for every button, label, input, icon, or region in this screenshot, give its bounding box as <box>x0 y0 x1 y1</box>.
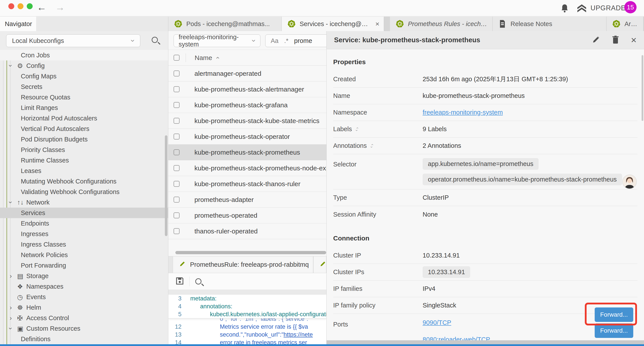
dock-tab-prometheusrule[interactable]: PrometheusRule: freeleaps-prod-rabbitmq <box>173 256 313 273</box>
table-row[interactable]: kube-prometheus-stack-thanos-ruler <box>168 176 326 192</box>
dock-tab-next[interactable] <box>313 256 326 273</box>
table-row[interactable]: kube-prometheus-stack-grafana <box>168 97 326 113</box>
port-link-9090[interactable]: 9090/TCP <box>422 319 490 326</box>
row-checkbox[interactable] <box>174 86 180 92</box>
sidebar-tree-item[interactable]: Endpoints <box>0 218 168 229</box>
sidebar-tree-item[interactable]: ▤ Storage <box>0 271 168 281</box>
labels-count[interactable]: 9 Labels <box>422 125 447 133</box>
kubeconfig-select[interactable]: Local Kubeconfigs › <box>6 34 140 47</box>
sidebar-tree-item[interactable]: Ingress Classes <box>0 239 168 250</box>
sidebar-tree-item[interactable]: Secrets <box>0 81 168 92</box>
save-icon[interactable] <box>175 277 184 286</box>
row-checkbox[interactable] <box>174 149 180 155</box>
sidebar-tree-item[interactable]: Mutating Webhook Configurations <box>0 176 168 187</box>
notifications-bell-icon[interactable] <box>560 3 569 14</box>
horizontal-scrollbar-thumb[interactable] <box>175 251 326 254</box>
sidebar-tree-item[interactable]: Pod Disruption Budgets <box>0 134 168 145</box>
table-row[interactable]: kube-prometheus-stack-operator <box>168 129 326 145</box>
row-checkbox[interactable] <box>174 181 180 187</box>
row-checkbox[interactable] <box>174 197 180 203</box>
table-row[interactable]: kube-prometheus-stack-prometheus <box>168 145 326 160</box>
tab-navigator[interactable]: Navigator <box>0 17 36 31</box>
table-row[interactable]: kube-prometheus-stack-kube-state-metrics <box>168 113 326 129</box>
back-arrow-icon[interactable]: ← <box>37 2 46 13</box>
sidebar-scrollbar-thumb[interactable] <box>165 135 168 236</box>
window-close-button[interactable] <box>8 3 14 9</box>
details-scrollbar-thumb[interactable] <box>642 55 643 121</box>
row-checkbox[interactable] <box>174 212 180 218</box>
sidebar-tree-item[interactable]: ✠ Access Control <box>0 313 168 323</box>
tree-chevron-icon[interactable] <box>10 325 17 332</box>
cluster-tab[interactable]: Argo Se <box>606 17 644 31</box>
annotations-count[interactable]: 2 Annotations <box>422 142 461 149</box>
sort-ascending-icon[interactable]: › <box>214 57 221 59</box>
cluster-tab[interactable]: Prometheus Rules - icecheng... <box>390 17 492 31</box>
window-minimize-button[interactable] <box>18 3 24 9</box>
cluster-tab[interactable]: Services - icecheng@math... × <box>282 17 384 31</box>
sidebar-tree-item[interactable]: Priority Classes <box>0 145 168 155</box>
tree-chevron-icon[interactable] <box>10 199 17 206</box>
sidebar-tree-item[interactable]: ❖ Namespaces <box>0 281 168 292</box>
close-icon[interactable]: × <box>631 35 636 45</box>
search-icon[interactable] <box>152 37 158 43</box>
table-row[interactable]: prometheus-adapter <box>168 192 326 208</box>
sidebar-tree-item[interactable]: ☸ Helm <box>0 302 168 313</box>
editor-search-icon[interactable] <box>195 278 202 285</box>
delete-trash-icon[interactable] <box>612 35 620 45</box>
row-checkbox[interactable] <box>174 70 180 76</box>
match-case-toggle[interactable]: Aa <box>271 37 278 44</box>
sidebar-tree-item[interactable]: ↑↓ Network <box>0 197 168 208</box>
expand-toggle-icon[interactable]: ›› <box>356 127 358 132</box>
table-row[interactable]: thanos-ruler-operated <box>168 223 326 239</box>
sidebar-tree-item[interactable]: ⚙ Config <box>0 60 168 71</box>
tree-chevron-icon[interactable] <box>10 62 17 69</box>
select-all-checkbox[interactable] <box>174 55 180 61</box>
cluster-tab[interactable]: Pods - icecheng@mathmas... <box>168 17 282 31</box>
window-zoom-button[interactable] <box>27 3 33 9</box>
table-row[interactable]: kube-prometheus-stack-prometheus-node-ex… <box>168 160 326 176</box>
forward-button-8080[interactable]: Forward... <box>595 324 633 338</box>
sidebar-tree-item[interactable]: Port Forwarding <box>0 260 168 271</box>
sidebar-tree-item[interactable]: Validating Webhook Configurations <box>0 187 168 197</box>
regex-toggle[interactable]: .* <box>284 37 288 44</box>
avatar[interactable] <box>622 175 637 189</box>
sidebar-tree-item[interactable]: Limit Ranges <box>0 102 168 113</box>
table-row[interactable]: alertmanager-operated <box>168 66 326 81</box>
row-checkbox[interactable] <box>174 165 180 171</box>
forward-arrow-icon[interactable]: → <box>55 2 65 13</box>
namespace-link[interactable]: freeleaps-monitoring-system <box>422 109 503 116</box>
sidebar-tree-item[interactable]: Cron Jobs <box>0 50 168 60</box>
tab-close-icon[interactable]: × <box>375 20 380 28</box>
sidebar-tree-item[interactable]: Runtime Classes <box>0 155 168 166</box>
row-checkbox[interactable] <box>174 134 180 139</box>
table-row[interactable]: kube-prometheus-stack-alertmanager <box>168 81 326 97</box>
yaml-editor[interactable]: 3 metadata: 4 annotations: 5 kubectl.kub… <box>168 295 326 344</box>
edit-pencil-icon[interactable] <box>592 35 600 45</box>
tree-chevron-icon[interactable] <box>10 314 17 322</box>
sidebar-tree-item[interactable]: Resource Quotas <box>0 92 168 102</box>
sidebar-tree-item[interactable]: Network Policies <box>0 250 168 260</box>
details-bottom-scrollbar[interactable] <box>326 340 644 344</box>
sidebar-tree-item[interactable]: ▣ Custom Resources <box>0 323 168 334</box>
row-checkbox[interactable] <box>174 102 180 108</box>
sidebar-tree-item[interactable]: Definitions <box>0 334 168 344</box>
column-header-name[interactable]: Name <box>195 54 212 61</box>
sidebar-tree-item[interactable]: Leases <box>0 166 168 176</box>
sidebar-tree-item[interactable]: Services <box>0 208 168 218</box>
tree-chevron-icon[interactable] <box>10 272 17 280</box>
row-checkbox[interactable] <box>174 118 180 124</box>
expand-toggle-icon[interactable]: ›› <box>371 143 372 148</box>
row-checkbox[interactable] <box>174 228 180 234</box>
tree-chevron-icon[interactable] <box>10 304 17 311</box>
sidebar-tree-item[interactable]: Vertical Pod Autoscalers <box>0 123 168 134</box>
sidebar-tree-item[interactable]: ◷ Events <box>0 292 168 302</box>
sidebar-tree-item[interactable]: Config Maps <box>0 71 168 81</box>
table-row[interactable]: prometheus-operated <box>168 208 326 223</box>
upgrade-button[interactable]: UPGRADE <box>576 3 626 13</box>
sidebar-tree-item[interactable]: Ingresses <box>0 229 168 239</box>
cluster-tab[interactable]: Release Notes <box>492 17 606 31</box>
filter-input[interactable]: Aa .* prome <box>265 34 326 47</box>
notification-count-badge[interactable]: 15 <box>624 1 636 13</box>
namespace-select[interactable]: freeleaps-monitoring-system › <box>174 34 260 47</box>
sidebar-tree-item[interactable]: Horizontal Pod Autoscalers <box>0 113 168 123</box>
